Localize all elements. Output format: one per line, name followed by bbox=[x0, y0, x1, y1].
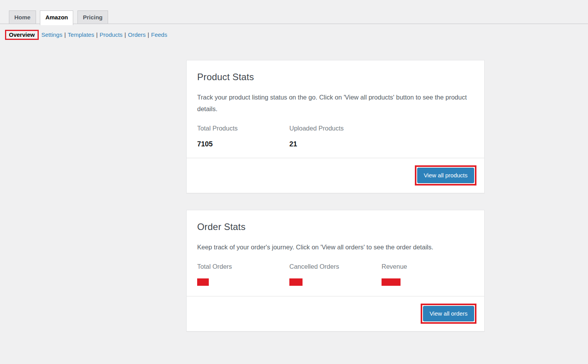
stat-value bbox=[289, 278, 382, 286]
stat-value bbox=[197, 278, 289, 286]
product-stats-title: Product Stats bbox=[197, 72, 474, 82]
subnav-item-overview[interactable]: Overview bbox=[9, 31, 35, 38]
order-stats-card: Order Stats Keep track of your order's j… bbox=[186, 210, 485, 331]
view-all-orders-button[interactable]: View all orders bbox=[423, 306, 474, 321]
view-all-products-button[interactable]: View all products bbox=[417, 168, 474, 183]
order-stats-body: Order Stats Keep track of your order's j… bbox=[187, 210, 484, 296]
subnav-separator: | bbox=[148, 31, 149, 38]
subnav-separator: | bbox=[124, 31, 126, 38]
order-stats-footer: View all orders bbox=[187, 296, 484, 331]
order-stats-description: Keep track of your order's journey. Clic… bbox=[197, 241, 474, 253]
redacted-revenue-value bbox=[382, 278, 401, 286]
annotation-view-all-products-highlight: View all products bbox=[415, 165, 476, 185]
product-stats-body: Product Stats Track your product listing… bbox=[187, 60, 484, 158]
order-stats-row: Total Orders Cancelled Orders Revenue bbox=[197, 263, 474, 286]
main-content: Product Stats Track your product listing… bbox=[186, 60, 485, 331]
product-stats-card: Product Stats Track your product listing… bbox=[186, 60, 485, 193]
stat-uploaded-products: Uploaded Products 21 bbox=[289, 125, 382, 148]
tab-pricing[interactable]: Pricing bbox=[77, 10, 108, 24]
product-stats-footer: View all products bbox=[187, 158, 484, 193]
subnav-item-templates[interactable]: Templates bbox=[68, 31, 94, 38]
stat-value: 21 bbox=[289, 140, 382, 148]
stat-cancelled-orders: Cancelled Orders bbox=[289, 263, 382, 286]
stat-label: Total Orders bbox=[197, 263, 289, 270]
product-stats-row: Total Products 7105 Uploaded Products 21 bbox=[197, 125, 474, 148]
tab-home[interactable]: Home bbox=[9, 10, 36, 24]
stat-value bbox=[382, 278, 474, 286]
stat-label: Uploaded Products bbox=[289, 125, 382, 132]
product-stats-description: Track your product listing status on the… bbox=[197, 91, 474, 115]
annotation-overview-highlight: Overview bbox=[5, 30, 39, 40]
subnav: OverviewSettings|Templates|Products|Orde… bbox=[5, 30, 588, 41]
order-stats-title: Order Stats bbox=[197, 221, 474, 232]
stat-label: Cancelled Orders bbox=[289, 263, 382, 270]
subnav-item-feeds[interactable]: Feeds bbox=[151, 31, 167, 38]
redacted-total-orders-value bbox=[197, 278, 209, 286]
tab-bar: Home Amazon Pricing bbox=[0, 0, 588, 24]
subnav-item-orders[interactable]: Orders bbox=[128, 31, 146, 38]
subnav-separator: | bbox=[64, 31, 66, 38]
redacted-cancelled-orders-value bbox=[289, 278, 303, 286]
tab-amazon[interactable]: Amazon bbox=[40, 10, 73, 25]
stat-revenue: Revenue bbox=[382, 263, 474, 286]
subnav-separator: | bbox=[96, 31, 98, 38]
stat-value: 7105 bbox=[197, 140, 289, 148]
stat-label: Revenue bbox=[382, 263, 474, 270]
subnav-item-products[interactable]: Products bbox=[100, 31, 122, 38]
annotation-view-all-orders-highlight: View all orders bbox=[421, 304, 476, 324]
stat-total-orders: Total Orders bbox=[197, 263, 289, 286]
stat-label: Total Products bbox=[197, 125, 289, 132]
stat-total-products: Total Products 7105 bbox=[197, 125, 289, 148]
subnav-item-settings[interactable]: Settings bbox=[41, 31, 62, 38]
